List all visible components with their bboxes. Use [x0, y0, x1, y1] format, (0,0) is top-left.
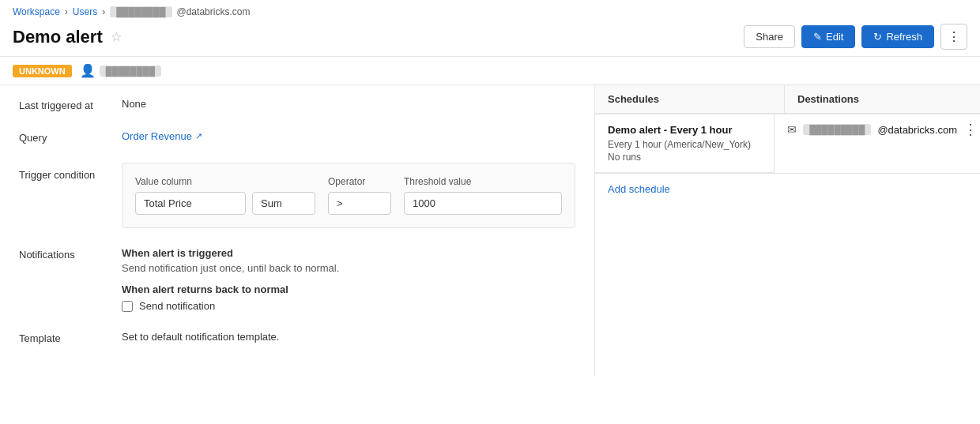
- when-triggered-desc: Send notification just once, until back …: [122, 262, 575, 274]
- refresh-button[interactable]: ↻ Refresh: [861, 25, 934, 48]
- send-notification-checkbox[interactable]: [122, 301, 133, 312]
- template-row: Template Set to default notification tem…: [19, 331, 575, 344]
- operator-label: Operator: [328, 176, 391, 187]
- schedule-title: Demo alert - Every 1 hour: [608, 124, 761, 136]
- last-triggered-row: Last triggered at None: [19, 98, 575, 111]
- status-badge: UNKNOWN: [13, 65, 72, 77]
- operator-input[interactable]: [328, 192, 391, 215]
- aggregation-input[interactable]: [252, 192, 315, 215]
- send-notification-label: Send notification: [139, 300, 215, 312]
- schedule-dest-header: Schedules Destinations: [595, 85, 980, 114]
- schedule-item-row: Demo alert - Every 1 hour Every 1 hour (…: [595, 114, 980, 174]
- schedule-status: No runs: [608, 152, 761, 163]
- destination-row: ✉ █████████ @databricks.com ⋮: [775, 114, 980, 144]
- page-title: Demo alert: [13, 27, 103, 47]
- dest-more-button[interactable]: ⋮: [963, 121, 978, 138]
- threshold-label: Threshold value: [404, 176, 562, 187]
- user-avatar: 👤 ████████: [80, 63, 161, 78]
- breadcrumb-domain: @databricks.com: [177, 6, 251, 17]
- notifications-row: Notifications When alert is triggered Se…: [19, 247, 575, 312]
- breadcrumb-sep1: ›: [65, 6, 68, 17]
- breadcrumb-workspace[interactable]: Workspace: [13, 6, 60, 17]
- dest-email: █████████: [803, 124, 871, 135]
- template-label: Template: [19, 331, 122, 344]
- external-link-icon: ↗: [195, 131, 202, 141]
- dest-domain: @databricks.com: [877, 124, 957, 136]
- breadcrumb-users[interactable]: Users: [73, 6, 97, 17]
- breadcrumb: Workspace › Users › ████████ @databricks…: [0, 0, 980, 21]
- when-triggered-label: When alert is triggered: [122, 247, 575, 259]
- template-value: Set to default notification template.: [122, 331, 575, 343]
- right-panel: Schedules Destinations Demo alert - Ever…: [595, 85, 980, 376]
- last-triggered-label: Last triggered at: [19, 98, 122, 111]
- value-column-col: Value column: [135, 176, 315, 215]
- query-label: Query: [19, 130, 122, 144]
- threshold-col: Threshold value: [404, 176, 562, 215]
- add-schedule-link[interactable]: Add schedule: [608, 183, 670, 195]
- destinations-header: Destinations: [785, 85, 980, 114]
- share-button[interactable]: Share: [744, 25, 795, 48]
- email-icon: ✉: [787, 123, 797, 136]
- refresh-icon: ↻: [873, 31, 882, 43]
- avatar-name: ████████: [100, 66, 161, 77]
- edit-icon: ✎: [813, 31, 822, 43]
- favorite-star-icon[interactable]: ☆: [111, 29, 122, 44]
- threshold-input[interactable]: [404, 192, 562, 215]
- more-options-button[interactable]: ⋮: [940, 24, 967, 50]
- trigger-condition-row: Trigger condition Value column Oper: [19, 163, 575, 228]
- schedules-header: Schedules: [595, 85, 784, 114]
- last-triggered-value: None: [122, 98, 575, 110]
- query-link[interactable]: Order Revenue ↗: [122, 130, 575, 142]
- value-column-label: Value column: [135, 176, 315, 187]
- schedule-item: Demo alert - Every 1 hour Every 1 hour (…: [595, 114, 774, 173]
- value-column-input[interactable]: [135, 192, 246, 215]
- person-icon: 👤: [80, 63, 96, 78]
- status-bar: UNKNOWN 👤 ████████: [0, 57, 980, 84]
- page-header: Demo alert ☆ Share ✎ Edit ↻ Refresh ⋮: [0, 21, 980, 57]
- schedule-freq: Every 1 hour (America/New_York): [608, 139, 761, 150]
- breadcrumb-sep2: ›: [102, 6, 105, 17]
- send-notification-row: Send notification: [122, 300, 575, 312]
- breadcrumb-user: ████████: [110, 6, 172, 17]
- edit-button[interactable]: ✎ Edit: [801, 25, 855, 48]
- query-row: Query Order Revenue ↗: [19, 130, 575, 144]
- notifications-label: Notifications: [19, 247, 122, 261]
- trigger-box: Value column Operator Threshold value: [122, 163, 575, 228]
- trigger-condition-label: Trigger condition: [19, 163, 122, 181]
- add-schedule-section: Add schedule: [595, 174, 980, 204]
- when-normal-label: When alert returns back to normal: [122, 283, 575, 295]
- operator-col: Operator: [328, 176, 391, 215]
